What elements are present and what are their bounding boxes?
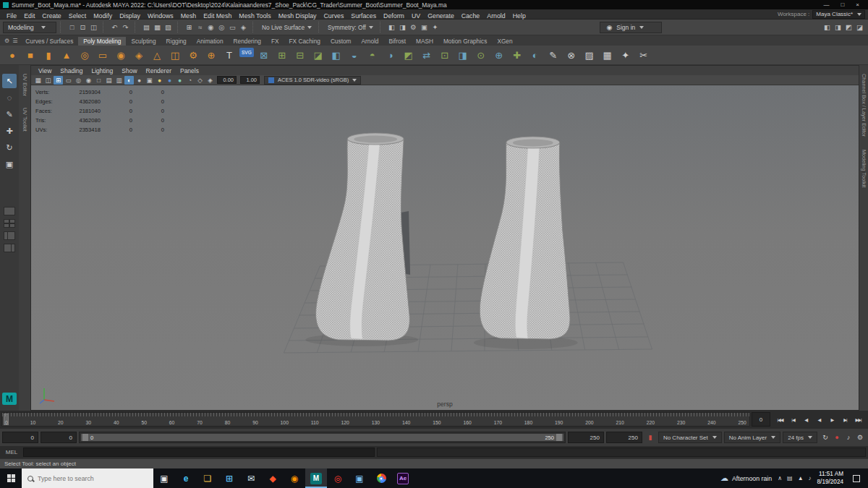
shelf-tab[interactable]: MASH	[411, 37, 438, 46]
viewport-toggle-icon[interactable]: ⊞	[54, 76, 63, 85]
sign-in-dropdown[interactable]: ◉Sign in	[600, 22, 662, 33]
toolbar-icon[interactable]: ◫	[88, 22, 99, 33]
minimize-button[interactable]: —	[823, 0, 829, 9]
shelf-icon[interactable]: ✎	[545, 48, 561, 63]
toolbar-icon[interactable]: ◎	[216, 22, 227, 33]
shelf-icon[interactable]: ⊞	[274, 48, 290, 63]
viewport-toggle-icon[interactable]: ▤	[104, 76, 114, 85]
animation-end-field[interactable]: 250	[606, 432, 642, 443]
taskbar-app-button[interactable]: ◆	[262, 468, 284, 488]
shelf-icon[interactable]: ▨	[582, 48, 597, 63]
shelf-icon[interactable]: ◪	[310, 48, 326, 63]
viewport-toggle-icon[interactable]: ●	[155, 76, 164, 85]
start-button[interactable]	[0, 468, 22, 488]
shelf-icon[interactable]: ⊟	[292, 48, 308, 63]
shelf-tab[interactable]: Bifrost	[383, 37, 411, 46]
shelf-menu-icon[interactable]: ☰	[12, 38, 17, 44]
taskbar-clock[interactable]: 11:51 AM 8/19/2024	[817, 471, 843, 486]
weather-widget[interactable]: ☁ Afternoon rain	[720, 474, 772, 483]
viewport-toggle-icon[interactable]: ▣	[145, 76, 154, 85]
menu-item[interactable]: Mesh Display	[275, 12, 320, 20]
shelf-icon[interactable]: ✚	[509, 48, 525, 63]
range-bar-icon[interactable]: ⚙	[854, 432, 866, 443]
toolbar-icon[interactable]: ▧	[163, 22, 174, 33]
menu-item[interactable]: Create	[38, 12, 64, 20]
playback-button[interactable]: |◀	[787, 412, 799, 427]
shelf-tab[interactable]: Rigging	[161, 37, 192, 46]
toolbar-icon[interactable]: ▭	[227, 22, 238, 33]
shelf-icon[interactable]: ◨	[455, 48, 471, 63]
taskbar-app-button[interactable]	[370, 468, 392, 488]
quick-layout-button[interactable]	[4, 231, 15, 240]
viewport-toggle-icon[interactable]: ●	[175, 76, 184, 85]
shelf-icon[interactable]: ✂	[636, 48, 652, 63]
shelf-icon[interactable]: ◎	[77, 48, 93, 63]
quick-layout-button[interactable]	[4, 219, 15, 228]
taskbar-app-button[interactable]: ◎	[327, 468, 349, 488]
mel-input[interactable]	[23, 448, 375, 457]
render-toolbar-icon[interactable]: ◨	[397, 22, 408, 33]
shelf-tab[interactable]: Motion Graphics	[438, 37, 492, 46]
shelf-icon[interactable]: ✦	[618, 48, 634, 63]
range-bar-icon[interactable]: ●	[831, 432, 843, 443]
toolbox-tool-button[interactable]: ✚	[2, 124, 17, 138]
shelf-icon[interactable]: ◧	[328, 48, 344, 63]
menu-item[interactable]: Windows	[144, 12, 177, 20]
shelf-icon[interactable]: ⊗	[563, 48, 579, 63]
menu-item[interactable]: UV	[408, 12, 424, 20]
toolbox-tool-button[interactable]: ✎	[2, 107, 17, 121]
viewport-toggle-icon[interactable]: ▦	[33, 76, 43, 85]
action-center-button[interactable]	[849, 475, 864, 482]
toolbar-icon[interactable]: ↶	[109, 22, 120, 33]
menu-item[interactable]: Surfaces	[347, 12, 380, 20]
shelf-icon[interactable]: T	[221, 48, 237, 63]
viewport-canvas[interactable]: Verts: 2159304 0 0 Edges: 4362080 0 0 Fa…	[31, 85, 859, 410]
shelf-icon[interactable]: ◐	[527, 48, 543, 63]
workspace-dropdown[interactable]: Maya Classic*	[812, 10, 865, 19]
taskbar-app-button[interactable]: e	[175, 468, 197, 488]
shelf-tab[interactable]: XGen	[492, 37, 517, 46]
search-input[interactable]	[38, 475, 148, 482]
menu-item[interactable]: File	[3, 12, 20, 20]
shelf-icon[interactable]: ⊕	[203, 48, 219, 63]
exposure-field[interactable]: 0.00	[217, 76, 237, 84]
time-bookmark-icon[interactable]: ▮	[644, 432, 656, 443]
menu-set-dropdown[interactable]: Modeling	[3, 22, 56, 33]
menu-item[interactable]: Modify	[90, 12, 116, 20]
render-toolbar-icon[interactable]: ✦	[430, 22, 441, 33]
range-slider[interactable]: 0 250	[79, 432, 566, 443]
toolbar-icon[interactable]: ⊞	[184, 22, 195, 33]
tray-icon[interactable]: ▤	[787, 475, 793, 481]
viewport-menu-item[interactable]: View	[34, 67, 56, 74]
animation-start-field[interactable]: 0	[2, 432, 38, 443]
viewport-menu-item[interactable]: Lighting	[87, 67, 117, 74]
menu-item[interactable]: Display	[116, 12, 144, 20]
menu-item[interactable]: Help	[509, 12, 529, 20]
tray-icon[interactable]: ▲	[798, 475, 804, 481]
tray-icon[interactable]: ∧	[778, 475, 782, 481]
range-bar-icon[interactable]: ♪	[843, 432, 854, 443]
shelf-tab[interactable]: Custom	[326, 37, 357, 46]
range-start-handle[interactable]	[82, 434, 88, 441]
viewport-toggle-icon[interactable]: ◈	[205, 76, 215, 85]
viewport-menu-item[interactable]: Show	[117, 67, 141, 74]
shelf-icon[interactable]: ▮	[41, 48, 56, 63]
viewport-toggle-icon[interactable]: ▥	[114, 76, 124, 85]
shelf-icon[interactable]: ▭	[95, 48, 111, 63]
taskbar-app-button[interactable]: ▣	[153, 468, 175, 488]
shelf-icon[interactable]: ◉	[113, 48, 129, 63]
menu-item[interactable]: Edit Mesh	[200, 12, 235, 20]
viewport-toggle-icon[interactable]: ▭	[64, 76, 73, 85]
maximize-button[interactable]: □	[841, 0, 844, 9]
menu-item[interactable]: Deform	[380, 12, 408, 20]
fps-dropdown[interactable]: 24 fps	[783, 432, 817, 443]
shelf-icon[interactable]: ⊡	[437, 48, 453, 63]
shelf-tab[interactable]: Sculpting	[126, 37, 161, 46]
current-time-field[interactable]: 0	[752, 412, 770, 427]
render-toolbar-icon[interactable]: ▣	[419, 22, 430, 33]
shelf-icon[interactable]: ■	[22, 48, 38, 63]
toolbar-icon[interactable]: ◉	[205, 22, 216, 33]
menu-item[interactable]: Generate	[424, 12, 458, 20]
shelf-icon[interactable]: ◑	[383, 48, 399, 63]
shelf-icon[interactable]: ⚙	[185, 48, 201, 63]
